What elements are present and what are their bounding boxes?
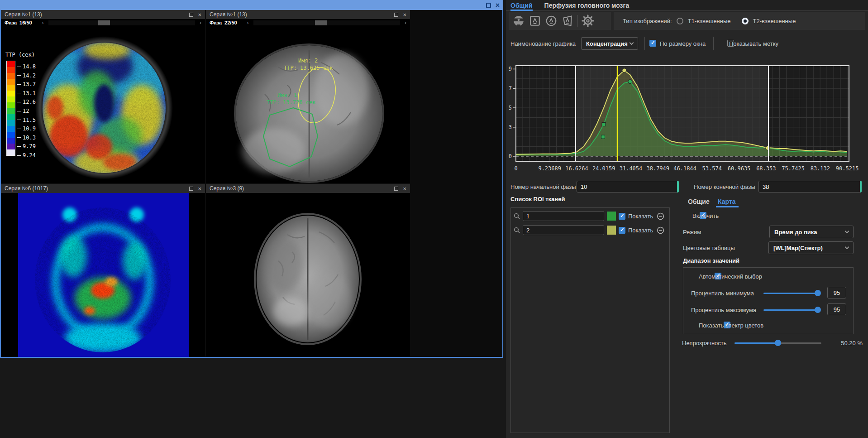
viewport-maximize-icon[interactable] (394, 13, 398, 17)
colortable-select[interactable]: [WL]Map(Спектр) (768, 241, 854, 254)
roi-polygon-icon[interactable] (559, 12, 576, 30)
perfusion-disc-icon[interactable] (510, 12, 527, 30)
fit-window-checkbox[interactable] (649, 40, 656, 47)
viewport-titlebar[interactable]: Серия №3 (9) × (206, 184, 410, 193)
anatomy-mri-image[interactable] (206, 193, 410, 357)
toolbar-divider (577, 15, 578, 27)
percentile-min-thumb[interactable] (815, 290, 821, 296)
viewport-maximize-icon[interactable] (189, 187, 193, 191)
roi-rect-icon[interactable] (527, 12, 543, 30)
t2-radio[interactable] (742, 18, 749, 24)
show-spectrum-label[interactable]: Показать спектр цветов (699, 322, 763, 329)
roi-color-swatch[interactable] (607, 212, 616, 221)
viewport-roi-image: Серия №1 (13) × Фаза 22/50 ‹ › (206, 10, 410, 183)
start-phase-input[interactable] (577, 181, 679, 193)
roi-name-input[interactable] (523, 225, 604, 235)
svg-text:75.7425: 75.7425 (782, 165, 805, 172)
viewport-title: Серия №3 (9) (210, 185, 244, 192)
phase-next-icon[interactable]: › (405, 19, 406, 26)
phase-scrollbar[interactable] (48, 20, 195, 25)
t2-radio-label[interactable]: Т2-взвешенные (753, 18, 796, 24)
opacity-slider-fill (734, 342, 778, 344)
tab-map[interactable]: Карта (718, 198, 736, 205)
start-phase-spin-handle[interactable] (677, 181, 679, 193)
end-phase-spin-handle[interactable] (860, 181, 862, 193)
viewport-ttp-map: Серия №1 (13) × Фаза 16/50 ‹ › (1, 10, 205, 183)
show-mark-label[interactable]: Показывать метку (729, 40, 778, 47)
window-close-icon[interactable]: × (496, 3, 500, 8)
tab-map-label: Карта (718, 198, 736, 205)
phase-prev-icon[interactable]: ‹ (42, 19, 44, 26)
divider (644, 37, 645, 50)
viewport-close-icon[interactable]: × (198, 13, 201, 17)
viewport-blue-map: Серия №6 (1017) × (1, 184, 205, 357)
t1-radio-label[interactable]: Т1-взвешенные (688, 18, 731, 24)
viewport-titlebar[interactable]: Серия №1 (13) × (1, 10, 205, 19)
toolbar-icons (509, 12, 611, 30)
tab-brain-perfusion[interactable]: Перфузия головного мозга (544, 0, 630, 11)
fit-window-label[interactable]: По размеру окна (660, 40, 706, 47)
mode-select[interactable]: Время до пика (769, 226, 854, 238)
svg-text:3: 3 (509, 124, 512, 130)
percentile-max-thumb[interactable] (815, 307, 821, 313)
phase-bar: Фаза 16/50 ‹ › (1, 19, 205, 26)
percentile-max-label: Процентиль максимума (691, 307, 756, 313)
roi-name-input[interactable] (523, 211, 604, 221)
colortable-label: Цветовые таблицы (683, 245, 735, 251)
svg-text:9.23689: 9.23689 (538, 165, 561, 172)
graph-name-select[interactable]: Концентрация (581, 37, 638, 50)
search-icon[interactable] (514, 213, 520, 219)
window-titlebar[interactable]: × (0, 0, 503, 10)
tab-general[interactable]: Общий (510, 0, 533, 11)
phase-scrollbar[interactable] (253, 20, 400, 25)
roi-show-checkbox[interactable] (619, 213, 625, 220)
phase-scrollbar-thumb[interactable] (315, 20, 327, 25)
roi-show-checkbox[interactable] (619, 227, 625, 234)
remove-roi-button[interactable] (657, 212, 664, 220)
phase-scrollbar-thumb[interactable] (98, 20, 110, 25)
percentile-max-value[interactable]: 95 (827, 303, 846, 315)
tab-common[interactable]: Общие (688, 198, 710, 205)
remove-roi-button[interactable] (657, 226, 664, 234)
enable-map-label[interactable]: Включить (692, 212, 719, 219)
end-phase-input[interactable] (758, 181, 862, 193)
roi-show-label[interactable]: Показать (628, 213, 653, 220)
concentration-chart[interactable]: 0357909.2368916.626424.015931.405438.794… (506, 63, 868, 177)
brain-mri-image[interactable]: Имя: 2 TTP: 13.625 сек Имя: 1 TTP: 13.72… (206, 26, 410, 183)
viewport-titlebar[interactable]: Серия №1 (13) × (206, 10, 410, 19)
viewport-maximize-icon[interactable] (394, 187, 398, 191)
chevron-down-icon (845, 229, 849, 233)
phase-label: Фаза (5, 20, 17, 25)
percentile-min-value[interactable]: 95 (827, 287, 846, 298)
viewport-maximize-icon[interactable] (189, 13, 193, 17)
legend-tick-label: 10.3 (17, 135, 36, 141)
viewport-titlebar[interactable]: Серия №6 (1017) × (1, 184, 205, 193)
auto-range-label[interactable]: Автоматический выбор (699, 273, 762, 280)
svg-text:24.0159: 24.0159 (592, 165, 615, 172)
roi-circle-icon[interactable] (543, 12, 559, 30)
graph-name-label: Наименование графика (510, 40, 576, 47)
phase-next-icon[interactable]: › (200, 19, 201, 26)
colortable-value: [WL]Map(Спектр) (773, 245, 823, 251)
viewport-close-icon[interactable]: × (403, 187, 406, 191)
search-icon[interactable] (514, 227, 520, 233)
t1-radio[interactable] (677, 18, 683, 24)
opacity-value: 50.20 % (823, 340, 863, 347)
roi1-ttp-label: TTP: 13.726 сек (267, 99, 316, 106)
phase-prev-icon[interactable]: ‹ (247, 19, 249, 26)
roi-color-swatch[interactable] (607, 226, 616, 235)
viewport-close-icon[interactable]: × (198, 187, 201, 191)
percentile-max-slider[interactable] (763, 309, 820, 311)
percentile-min-slider[interactable] (763, 293, 820, 294)
legend-title: TTP (сек) (5, 52, 35, 58)
window-maximize-icon[interactable] (486, 3, 491, 8)
viewport-close-icon[interactable]: × (403, 13, 406, 17)
roi-show-label[interactable]: Показать (628, 227, 653, 234)
opacity-thumb[interactable] (775, 340, 781, 346)
roi2-ttp-label: TTP: 13.625 сек (284, 65, 333, 71)
legend-tick-label: 12.6 (17, 99, 36, 105)
phase-bar: Фаза 22/50 ‹ › (206, 19, 410, 26)
settings-gear-icon[interactable] (580, 12, 596, 30)
panel-tabbar: Общий Перфузия головного мозга (506, 0, 868, 11)
parametric-map-image[interactable] (1, 193, 205, 357)
